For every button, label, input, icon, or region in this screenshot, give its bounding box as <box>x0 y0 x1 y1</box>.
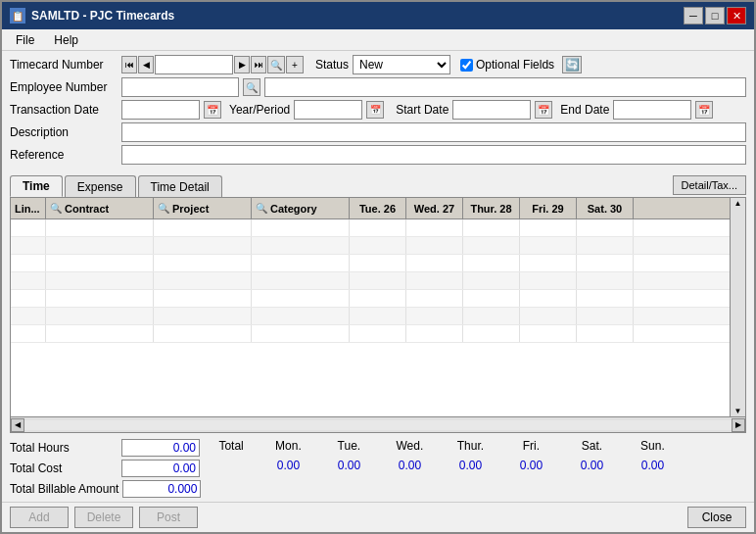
status-label: Status <box>315 58 349 72</box>
tabs-container: Time Expense Time Detail <box>10 175 222 197</box>
description-input[interactable] <box>121 122 746 142</box>
totals-tue-header: Tue. <box>318 439 379 453</box>
menu-file[interactable]: File <box>6 31 44 49</box>
project-search-icon: 🔍 <box>158 203 169 214</box>
column-header-tue26: Tue. 26 <box>350 198 406 218</box>
horizontal-scrollbar[interactable]: ◀ ▶ <box>11 416 745 432</box>
column-header-category: 🔍 Category <box>252 198 350 218</box>
start-date-label: Start Date <box>396 103 449 117</box>
reference-label: Reference <box>10 148 118 162</box>
table-row <box>11 255 730 272</box>
nav-first-button[interactable]: ⏮ <box>121 56 137 73</box>
status-select[interactable]: New Open Posted <box>353 55 450 74</box>
description-label: Description <box>10 125 118 139</box>
totals-fri-header: Fri. <box>500 439 561 453</box>
employee-number-label: Employee Number <box>10 80 118 94</box>
total-hours-row: Total Hours 0.00 <box>10 439 201 457</box>
title-controls: ─ □ ✕ <box>684 7 746 24</box>
tab-time-detail[interactable]: Time Detail <box>138 175 222 197</box>
timecard-number-input[interactable]: NEW <box>155 55 233 74</box>
scroll-right-button[interactable]: ▶ <box>732 418 745 432</box>
table-row <box>11 325 730 343</box>
form-area: Timecard Number ⏮ ◀ NEW ▶ ⏭ 🔍 + Status N… <box>2 51 754 171</box>
employee-row: Employee Number 🔍 <box>10 77 746 97</box>
totals-sun-value: 0.00 <box>622 459 683 472</box>
scroll-down-button[interactable]: ▼ <box>734 407 742 415</box>
title-bar: 📋 SAMLTD - PJC Timecards ─ □ ✕ <box>2 2 754 29</box>
window-title: SAMLTD - PJC Timecards <box>31 9 174 23</box>
employee-name-input[interactable] <box>264 77 746 97</box>
detail-tax-button[interactable]: Detail/Tax... <box>673 175 746 195</box>
search-button[interactable]: 🔍 <box>267 56 285 73</box>
tab-time[interactable]: Time <box>10 175 63 197</box>
tab-expense[interactable]: Expense <box>65 175 136 197</box>
delete-button[interactable]: Delete <box>74 507 133 528</box>
totals-area: Total Hours 0.00 Total Cost 0.00 Total B… <box>2 433 754 502</box>
grid-body <box>11 219 730 416</box>
totals-right: Total Mon. Tue. Wed. Thur. Fri. Sat. Sun… <box>209 439 746 498</box>
totals-wed-value: 0.00 <box>379 459 440 472</box>
scroll-left-button[interactable]: ◀ <box>11 418 24 432</box>
total-right-label: Total <box>218 439 258 453</box>
end-date-input[interactable]: 05/02/2022 <box>613 100 691 120</box>
bottom-bar: Add Delete Post Close <box>2 502 754 532</box>
vertical-scrollbar[interactable]: ▲ ▼ <box>730 198 745 416</box>
table-row <box>11 237 730 255</box>
nav-prev-button[interactable]: ◀ <box>138 56 154 73</box>
tabs-area: Time Expense Time Detail Detail/Tax... <box>2 171 754 197</box>
employee-search-button[interactable]: 🔍 <box>243 78 260 96</box>
close-window-button[interactable]: ✕ <box>727 7 746 24</box>
total-hours-label: Total Hours <box>10 441 118 455</box>
main-window: 📋 SAMLTD - PJC Timecards ─ □ ✕ File Help… <box>0 0 756 534</box>
scroll-track <box>24 420 732 430</box>
transaction-date-input[interactable]: 04/26/2022 <box>121 100 200 120</box>
contract-search-icon: 🔍 <box>50 203 62 214</box>
optional-fields-label: Optional Fields <box>476 58 554 72</box>
start-date-calendar-button[interactable]: 📅 <box>535 101 552 119</box>
end-date-calendar-button[interactable]: 📅 <box>695 101 713 119</box>
maximize-button[interactable]: □ <box>705 7 725 24</box>
minimize-button[interactable]: ─ <box>684 7 703 24</box>
totals-thur-value: 0.00 <box>440 459 500 472</box>
close-button[interactable]: Close <box>687 507 746 528</box>
table-row <box>11 219 730 237</box>
totals-sat-value: 0.00 <box>561 459 622 472</box>
grid-area: Lin... 🔍 Contract 🔍 Project 🔍 Category <box>10 197 746 433</box>
grid-header: Lin... 🔍 Contract 🔍 Project 🔍 Category <box>11 198 730 219</box>
add-button[interactable]: Add <box>10 507 69 528</box>
bottom-left-buttons: Add Delete Post <box>10 507 198 528</box>
table-row <box>11 308 730 325</box>
add-new-button[interactable]: + <box>286 56 304 73</box>
post-button[interactable]: Post <box>139 507 198 528</box>
total-billable-label: Total Billable Amount <box>10 482 118 496</box>
reference-input[interactable] <box>121 145 746 165</box>
scroll-up-button[interactable]: ▲ <box>734 199 742 208</box>
column-header-thu28: Thur. 28 <box>463 198 520 218</box>
column-header-fri29: Fri. 29 <box>520 198 577 218</box>
year-period-input[interactable]: 2022 - 04 <box>294 100 362 120</box>
end-date-label: End Date <box>560 103 609 117</box>
reference-row: Reference <box>10 145 746 165</box>
employee-number-input[interactable] <box>121 77 239 97</box>
start-date-input[interactable]: 04/26/2022 <box>452 100 531 120</box>
total-cost-value: 0.00 <box>121 460 200 477</box>
totals-tue-value: 0.00 <box>318 459 379 472</box>
totals-sun-header: Sun. <box>622 439 683 453</box>
total-billable-value: 0.000 <box>122 480 201 498</box>
menu-help[interactable]: Help <box>44 31 88 49</box>
total-billable-row: Total Billable Amount 0.000 <box>10 480 201 498</box>
transaction-date-calendar-button[interactable]: 📅 <box>204 101 221 119</box>
description-row: Description <box>10 122 746 142</box>
nav-last-button[interactable]: ⏭ <box>251 56 266 73</box>
optional-fields-checkbox[interactable] <box>460 59 473 72</box>
date-row: Transaction Date 04/26/2022 📅 Year/Perio… <box>10 100 746 120</box>
column-header-sat30: Sat. 30 <box>577 198 634 218</box>
total-hours-value: 0.00 <box>121 439 200 457</box>
refresh-button[interactable]: 🔄 <box>562 56 582 73</box>
nav-next-button[interactable]: ▶ <box>234 56 250 73</box>
column-header-wed27: Wed. 27 <box>406 198 463 218</box>
transaction-date-label: Transaction Date <box>10 103 118 117</box>
column-header-lin: Lin... <box>11 198 46 218</box>
year-period-calendar-button[interactable]: 📅 <box>366 101 384 119</box>
table-row <box>11 272 730 290</box>
